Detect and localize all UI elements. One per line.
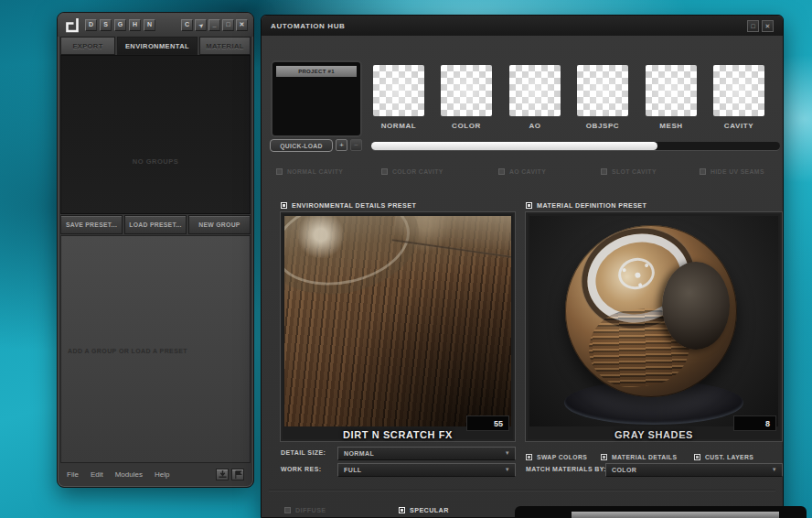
menu-modules[interactable]: Modules: [115, 470, 143, 479]
suite-titlebar[interactable]: D S G H N C ➤ _ □ ✕: [58, 13, 253, 37]
project-scroll-slider[interactable]: [371, 142, 780, 150]
checkbox-icon: [381, 168, 388, 175]
automation-hub-window: AUTOMATION HUB □ ✕ PROJECT #1 QUICK-LOAD…: [261, 15, 784, 518]
thumb-color: COLOR: [441, 65, 492, 130]
toggle-label: SLOT CAVITY: [612, 168, 657, 175]
checkbox-icon: [700, 168, 706, 175]
material-preset-panel[interactable]: 8 GRAY SHADES: [525, 211, 783, 442]
pin-button[interactable]: ➤: [195, 19, 207, 31]
maximize-button[interactable]: □: [222, 19, 234, 31]
checkbox-icon: [284, 507, 291, 513]
load-preset-button[interactable]: LOAD PRESET...: [124, 215, 187, 234]
checkbox-icon: [498, 168, 505, 175]
app-logo-icon: [65, 17, 80, 33]
color-cavity-toggle[interactable]: COLOR CAVITY: [381, 163, 443, 179]
thumb-label: OBJSPC: [577, 122, 628, 130]
add-project-button[interactable]: +: [336, 139, 347, 151]
minimize-button[interactable]: _: [208, 19, 220, 31]
module-button-s[interactable]: S: [100, 19, 112, 31]
save-preset-button[interactable]: SAVE PRESET...: [60, 215, 123, 234]
detail-size-label: DETAIL SIZE:: [281, 449, 326, 456]
checkbox-icon: [601, 168, 607, 175]
chevron-down-icon: ▼: [772, 464, 777, 476]
hub-window-title: AUTOMATION HUB: [271, 22, 345, 30]
new-group-button[interactable]: NEW GROUP: [188, 215, 251, 234]
specular-toggle[interactable]: SPECULAR: [399, 502, 449, 518]
mat-preset-name: GRAY SHADES: [526, 429, 782, 440]
suite-menubar: File Edit Modules Help: [60, 463, 251, 486]
thumb-ao: AO: [509, 65, 561, 130]
background-window-bar: [572, 512, 779, 518]
mesh-thumbnail[interactable]: [646, 65, 697, 116]
normal-map-thumbnail[interactable]: [373, 65, 424, 116]
tab-material[interactable]: MATERIAL: [199, 37, 251, 55]
suite-tabs: EXPORT ENVIRONMENTAL MATERIAL: [60, 37, 251, 55]
refresh-button[interactable]: C: [181, 19, 193, 31]
desktop-background: D S G H N C ➤ _ □ ✕ EXPORT ENVIRONMENTAL…: [0, 0, 812, 518]
background-window: [515, 506, 807, 518]
remove-project-button[interactable]: −: [350, 139, 362, 151]
slot-cavity-toggle[interactable]: SLOT CAVITY: [601, 163, 657, 179]
thumb-label: MESH: [646, 122, 697, 130]
slider-fill: [371, 142, 657, 150]
module-button-ndo[interactable]: N: [144, 19, 155, 31]
menu-help[interactable]: Help: [155, 470, 169, 479]
checked-checkbox-icon: [526, 202, 532, 209]
module-button-ddo[interactable]: D: [85, 19, 97, 31]
material-sphere-preview: [529, 216, 778, 426]
work-res-label: WORK RES:: [281, 466, 321, 472]
swap-colors-toggle[interactable]: SWAP COLORS: [526, 448, 587, 465]
menu-file[interactable]: File: [67, 470, 79, 479]
sphere-shape: [565, 225, 737, 397]
objspc-map-thumbnail[interactable]: [577, 65, 628, 116]
thumb-objspc: OBJSPC: [577, 65, 628, 130]
chevron-down-icon: ▼: [505, 448, 510, 459]
tab-export[interactable]: EXPORT: [60, 37, 115, 55]
tab-environmental[interactable]: ENVIRONMENTAL: [117, 37, 198, 55]
environmental-preset-panel[interactable]: 55 DIRT N SCRATCH FX: [280, 211, 516, 442]
color-map-thumbnail[interactable]: [441, 65, 492, 116]
sphere-mech-shape: [662, 262, 730, 350]
dirt-band-shape: [392, 216, 511, 260]
close-button[interactable]: ✕: [236, 19, 248, 31]
flag-icon: [234, 470, 242, 479]
thumb-normal: NORMAL: [373, 65, 424, 130]
match-materials-value: COLOR: [612, 467, 636, 473]
module-button-g[interactable]: G: [114, 19, 126, 31]
match-materials-dropdown[interactable]: COLOR ▼: [605, 463, 783, 477]
hide-uv-seams-toggle[interactable]: HIDE UV SEAMS: [700, 163, 764, 179]
empty-groups-label: NO GROUPS: [133, 157, 178, 166]
diffuse-toggle[interactable]: DIFFUSE: [284, 502, 326, 518]
thumb-label: CAVITY: [713, 122, 764, 130]
toggle-label: SWAP COLORS: [537, 454, 587, 460]
hub-titlebar[interactable]: AUTOMATION HUB □ ✕: [262, 16, 783, 36]
menu-edit[interactable]: Edit: [91, 470, 103, 479]
group-panel-area[interactable]: ADD A GROUP OR LOAD A PRESET: [60, 235, 251, 463]
project-slot[interactable]: PROJECT #1: [271, 60, 362, 137]
env-preset-name: DIRT N SCRATCH FX: [281, 429, 515, 440]
thumb-label: AO: [509, 122, 561, 130]
groups-list-area[interactable]: NO GROUPS: [60, 55, 251, 214]
checkbox-icon: [526, 454, 532, 460]
toggle-label: SPECULAR: [410, 506, 449, 514]
work-res-dropdown[interactable]: FULL ▼: [337, 463, 516, 477]
ao-cavity-toggle[interactable]: AO CAVITY: [498, 163, 546, 179]
toggle-label: DIFFUSE: [295, 506, 326, 514]
module-button-h[interactable]: H: [129, 19, 141, 31]
hub-maximize-button[interactable]: □: [747, 20, 759, 32]
preset-title: ENVIRONMENTAL DETAILS PRESET: [292, 201, 416, 210]
checkbox-icon: [694, 454, 700, 460]
toggle-label: AO CAVITY: [509, 168, 546, 175]
ao-map-thumbnail[interactable]: [509, 65, 561, 116]
hub-body: PROJECT #1 QUICK-LOAD + − NORMAL COLOR A…: [262, 36, 783, 517]
checkbox-icon: [276, 168, 283, 175]
cavity-map-thumbnail[interactable]: [713, 65, 764, 116]
normal-cavity-toggle[interactable]: NORMAL CAVITY: [276, 163, 343, 179]
import-button[interactable]: [216, 469, 229, 480]
quick-load-button[interactable]: QUICK-LOAD: [270, 139, 333, 152]
hub-close-button[interactable]: ✕: [762, 20, 774, 32]
detail-size-dropdown[interactable]: NORMAL ▼: [337, 447, 516, 460]
import-icon: [219, 470, 227, 479]
preset-title: MATERIAL DEFINITION PRESET: [537, 201, 646, 210]
flag-button[interactable]: [231, 469, 244, 480]
